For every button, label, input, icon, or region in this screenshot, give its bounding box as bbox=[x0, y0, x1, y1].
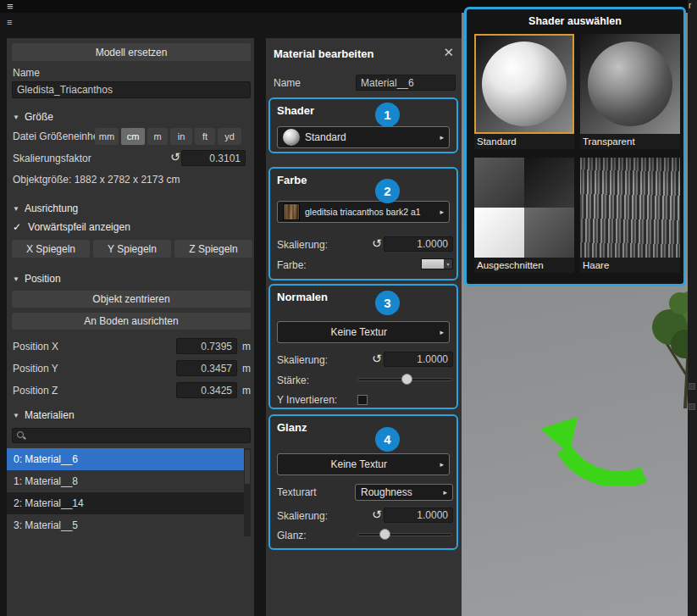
unit-button-cm[interactable]: cm bbox=[121, 128, 145, 145]
center-object-button[interactable]: Objekt zentrieren bbox=[12, 291, 251, 308]
shader-section: Shader 1 Standard ▸ bbox=[268, 97, 458, 153]
reset-icon[interactable]: ↺ bbox=[372, 508, 382, 520]
scale-factor-label: Skalierungsfaktor bbox=[13, 153, 91, 164]
reset-icon[interactable]: ↺ bbox=[372, 237, 382, 249]
search-icon bbox=[17, 431, 26, 441]
shader-option-label: Ausgeschnitten bbox=[474, 258, 574, 273]
size-section-header[interactable]: ▼ Größe bbox=[13, 111, 53, 123]
chevron-right-icon: ▸ bbox=[440, 208, 444, 216]
mirror-y-button[interactable]: Y Spiegeln bbox=[93, 240, 171, 258]
normal-invert-label: Y Invertieren: bbox=[277, 394, 337, 406]
normal-scale-label: Skalierung: bbox=[277, 354, 328, 366]
shader-section-title: Shader bbox=[277, 104, 314, 117]
texture-type-label: Texturart bbox=[277, 486, 317, 498]
material-list-item-1[interactable]: 1: Material__8 bbox=[7, 470, 246, 492]
transparent-shader-thumbnail bbox=[580, 34, 680, 134]
scale-factor-input[interactable]: 0.3101 bbox=[181, 150, 246, 166]
materials-section-header[interactable]: ▼ Materialien bbox=[13, 409, 75, 421]
color-section: Farbe 2 gleditsia triacanthos bark2 a1 ▸… bbox=[268, 167, 458, 280]
texture-type-value: Roughness bbox=[361, 486, 412, 498]
orientation-section-header[interactable]: ▼ Ausrichtung bbox=[13, 203, 78, 214]
normal-strength-slider[interactable] bbox=[357, 374, 452, 385]
model-name-input[interactable]: Gledista_Triacanthos bbox=[12, 81, 251, 98]
normal-scale-input[interactable]: 1.0000 bbox=[384, 352, 453, 367]
color-swatch[interactable]: ▾ bbox=[421, 258, 453, 269]
normal-texture-name: Keine Textur bbox=[283, 326, 434, 338]
slider-knob[interactable] bbox=[379, 529, 390, 540]
material-list-item-2[interactable]: 2: Material__14 bbox=[7, 492, 246, 514]
standard-shader-thumbnail bbox=[474, 34, 574, 134]
close-icon[interactable]: ✕ bbox=[443, 45, 454, 60]
mirror-z-button[interactable]: Z Spiegeln bbox=[174, 240, 252, 258]
color-texture-dropdown[interactable]: gleditsia triacanthos bark2 a1 ▸ bbox=[277, 201, 450, 223]
checker-quadrant bbox=[524, 158, 574, 208]
position-y-input[interactable]: 0.3457 bbox=[176, 360, 237, 376]
shader-picker-title: Shader auswählen bbox=[467, 15, 683, 27]
shader-option-label: Transparent bbox=[580, 134, 680, 149]
position-z-unit: m bbox=[242, 385, 251, 397]
forward-arrow-checkbox[interactable]: ✓ Vorwärtspfeil anzeigen bbox=[13, 221, 130, 233]
normal-section-title: Normalen bbox=[277, 291, 328, 303]
unit-button-yd[interactable]: yd bbox=[218, 128, 241, 145]
file-unit-label: Datei Größeneinheit bbox=[13, 130, 95, 142]
forward-arrow-label: Vorwärtspfeil anzeigen bbox=[28, 221, 130, 233]
materials-section-title: Materialien bbox=[25, 409, 75, 421]
position-y-unit: m bbox=[242, 363, 251, 375]
step-badge-1: 1 bbox=[375, 103, 400, 127]
chevron-down-icon: ▼ bbox=[13, 205, 19, 213]
position-x-input[interactable]: 0.7395 bbox=[176, 338, 237, 354]
normal-strength-label: Stärke: bbox=[277, 375, 309, 386]
color-section-title: Farbe bbox=[277, 174, 307, 186]
shader-preview-sphere-icon bbox=[283, 129, 300, 146]
shader-option-cutout[interactable]: Ausgeschnitten bbox=[474, 158, 574, 273]
strip-icon[interactable] bbox=[689, 383, 695, 390]
position-z-input[interactable]: 0.3425 bbox=[176, 382, 237, 398]
gloss-label: Glanz: bbox=[277, 530, 307, 541]
color-scale-input[interactable]: 1.0000 bbox=[384, 236, 453, 252]
sphere-preview-icon bbox=[482, 42, 567, 126]
material-search-input[interactable] bbox=[12, 428, 251, 443]
replace-model-button[interactable]: Modell ersetzen bbox=[12, 43, 251, 61]
shader-dropdown-value: Standard bbox=[305, 131, 346, 143]
step-badge-4: 4 bbox=[375, 427, 400, 452]
shader-option-hair[interactable]: Haare bbox=[580, 158, 680, 273]
slider-knob[interactable] bbox=[401, 374, 412, 385]
reset-icon[interactable]: ↺ bbox=[170, 151, 180, 163]
y-invert-checkbox[interactable] bbox=[357, 395, 368, 405]
step-badge-3: 3 bbox=[375, 291, 400, 315]
gloss-scale-label: Skalierung: bbox=[277, 510, 328, 522]
shader-option-transparent[interactable]: Transparent bbox=[580, 34, 680, 149]
unit-button-m[interactable]: m bbox=[147, 128, 168, 145]
scrollbar-thumb[interactable] bbox=[245, 450, 250, 484]
shader-option-standard[interactable]: Standard bbox=[474, 34, 574, 149]
unit-button-ft[interactable]: ft bbox=[195, 128, 215, 145]
gloss-texture-dropdown[interactable]: Keine Textur ▸ bbox=[277, 453, 450, 475]
mirror-x-button[interactable]: X Spiegeln bbox=[12, 240, 90, 258]
gloss-slider[interactable] bbox=[357, 529, 452, 540]
gloss-scale-input[interactable]: 1.0000 bbox=[384, 508, 453, 523]
menu-icon[interactable]: ≡ bbox=[7, 0, 14, 13]
unit-button-mm[interactable]: mm bbox=[95, 128, 119, 145]
align-to-ground-button[interactable]: An Boden ausrichten bbox=[12, 313, 251, 330]
unit-button-in[interactable]: in bbox=[170, 128, 192, 145]
strip-icon-2[interactable] bbox=[689, 403, 695, 410]
reset-icon[interactable]: ↺ bbox=[372, 352, 382, 364]
normal-texture-dropdown[interactable]: Keine Textur ▸ bbox=[277, 321, 450, 343]
size-section-title: Größe bbox=[25, 111, 53, 123]
material-list-item-3[interactable]: 3: Material__5 bbox=[7, 514, 246, 536]
gloss-texture-name: Keine Textur bbox=[283, 458, 434, 470]
texture-type-dropdown[interactable]: Roughness ▸ bbox=[355, 484, 453, 501]
material-list-scrollbar[interactable] bbox=[244, 448, 251, 536]
gloss-section-title: Glanz bbox=[277, 421, 307, 434]
position-section-title: Position bbox=[25, 273, 61, 285]
material-list-item-0[interactable]: 0: Material__6 bbox=[7, 448, 246, 470]
shader-dropdown[interactable]: Standard ▸ bbox=[277, 126, 450, 148]
menu-icon-secondary[interactable]: ≡ bbox=[7, 17, 12, 27]
shader-picker-popup: Shader auswählen Standard Transparent Au… bbox=[464, 7, 686, 286]
material-name-input[interactable]: Material__6 bbox=[356, 75, 456, 91]
shader-option-label: Haare bbox=[580, 258, 680, 273]
position-section-header[interactable]: ▼ Position bbox=[13, 273, 61, 285]
chevron-right-icon: ▸ bbox=[440, 460, 444, 469]
color-swatch-fill bbox=[422, 259, 444, 269]
color-scale-label: Skalierung: bbox=[277, 239, 328, 251]
